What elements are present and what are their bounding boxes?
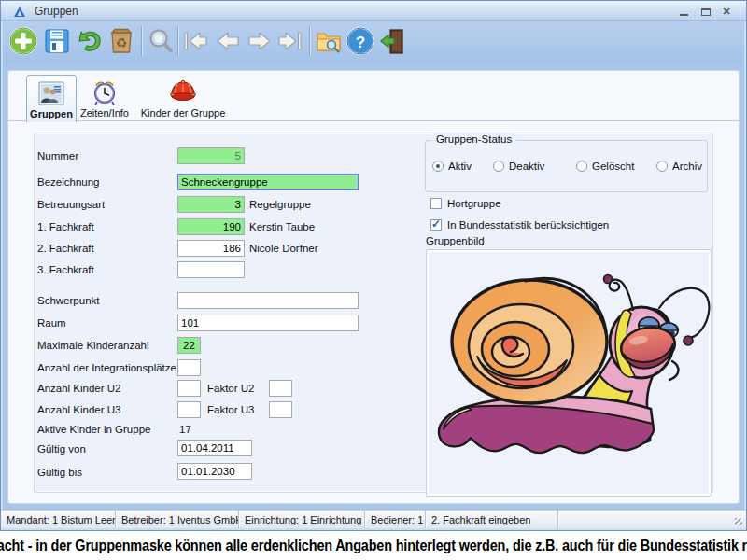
fachkraft2-input[interactable] — [177, 240, 245, 257]
close-icon: ✕ — [722, 6, 730, 18]
help-button[interactable]: ? — [345, 24, 375, 58]
radio-label: Deaktiv — [509, 161, 544, 172]
field-label-fachkraft1: 1. Fachkraft — [37, 221, 94, 232]
statusbar-bediener: Bediener: 1 — [365, 511, 426, 528]
statusbar-einrichtung: Einrichtung: 1 Einrichtung 1 — [239, 511, 365, 528]
schwerpunkt-input[interactable] — [177, 292, 359, 309]
raum-input[interactable] — [177, 315, 359, 331]
undo-button[interactable] — [75, 24, 105, 58]
minimize-icon — [680, 14, 688, 16]
faktor-u3-input[interactable] — [269, 401, 292, 418]
tab-zeiten-info[interactable]: Zeiten/Info — [81, 75, 128, 121]
save-button[interactable] — [42, 24, 72, 58]
field-label-faktor-u3: Faktor U3 — [207, 404, 255, 415]
statusbar-hint: 2. Fachkraft eingeben — [426, 511, 558, 528]
checkbox-label: In Bundesstatistik berücksichtigen — [447, 219, 609, 231]
first-record-button[interactable] — [181, 24, 211, 58]
group-photo-icon — [37, 80, 65, 106]
betreuungsart-text: Regelgruppe — [249, 199, 311, 210]
svg-text:♻: ♻ — [116, 35, 128, 50]
app-logo-icon — [13, 6, 26, 18]
fachkraft3-input[interactable] — [177, 261, 245, 278]
tab-kinder-der-gruppe[interactable]: Kinder der Gruppe — [131, 75, 235, 121]
caption-text: An alles gedacht - in der Gruppenmaske k… — [0, 537, 747, 555]
window-frame: Gruppen ✕ — [0, 0, 747, 531]
arrow-left-icon — [214, 27, 242, 55]
field-label-nummer: Nummer — [37, 150, 78, 161]
radio-geloescht[interactable]: Gelöscht — [576, 161, 634, 172]
tab-label: Kinder der Gruppe — [141, 107, 226, 121]
nummer-input[interactable] — [177, 147, 245, 164]
status-bar: Mandant: 1 Bistum Leer Betreiber: 1 Iven… — [1, 510, 746, 528]
radio-archiv[interactable]: Archiv — [656, 161, 702, 172]
hortgruppe-checkbox[interactable]: Hortgruppe — [430, 198, 501, 209]
minimize-button[interactable] — [673, 5, 694, 19]
alarm-clock-icon — [92, 79, 118, 105]
statusbar-mandant: Mandant: 1 Bistum Leer — [1, 511, 116, 528]
field-label-schwerpunkt: Schwerpunkt — [37, 295, 99, 306]
delete-button[interactable]: ♻ — [106, 24, 136, 58]
close-button[interactable]: ✕ — [716, 5, 737, 19]
title-bar: Gruppen ✕ — [1, 1, 746, 21]
kinder-u3-input[interactable] — [177, 401, 201, 418]
bundesstatistik-checkbox[interactable]: In Bundesstatistik berücksichtigen — [430, 219, 609, 231]
resize-grip[interactable] — [735, 518, 742, 525]
gueltig-bis-input[interactable] — [177, 463, 252, 480]
field-label-bezeichnung: Bezeichnung — [37, 176, 100, 188]
radio-label: Gelöscht — [592, 161, 634, 172]
radio-aktiv[interactable]: Aktiv — [432, 161, 472, 172]
field-label-gueltig-von: Gültig von — [37, 443, 86, 455]
folder-search-icon — [315, 27, 343, 55]
field-label-raum: Raum — [37, 317, 66, 329]
svg-text:?: ? — [356, 34, 365, 51]
field-label-fachkraft2: 2. Fachkraft — [37, 243, 94, 254]
fachkraft1-name: Kerstin Taube — [249, 221, 315, 232]
new-button[interactable] — [8, 24, 38, 58]
last-record-button[interactable] — [275, 24, 304, 58]
toolbar-separator — [309, 26, 310, 56]
radio-deaktiv[interactable]: Deaktiv — [493, 161, 544, 172]
field-label-max-kinder: Maximale Kinderanzahl — [37, 340, 149, 351]
checkbox-checked-icon — [430, 219, 442, 231]
undo-arrow-icon — [76, 27, 104, 55]
toolbar-separator — [177, 26, 178, 56]
snail-image — [429, 252, 711, 496]
integrationsplaetze-input[interactable] — [177, 359, 201, 376]
radio-button-icon — [432, 161, 444, 172]
fachkraft1-input[interactable] — [177, 218, 245, 235]
tab-label: Gruppen — [30, 108, 73, 122]
field-label-kinder-u3: Anzahl Kinder U3 — [37, 404, 121, 415]
next-record-button[interactable] — [245, 24, 275, 58]
radio-button-icon — [576, 161, 587, 172]
exit-button[interactable] — [377, 24, 407, 58]
previous-record-button[interactable] — [213, 24, 243, 58]
radio-button-icon — [656, 161, 668, 172]
fachkraft2-name: Nicole Dorfner — [249, 243, 318, 254]
tab-label: Zeiten/Info — [80, 107, 129, 121]
field-label-aktive-kinder: Aktive Kinder in Gruppe — [37, 424, 150, 435]
arrow-right-icon — [246, 27, 274, 55]
field-label-kinder-u2: Anzahl Kinder U2 — [37, 383, 121, 394]
radio-button-icon — [493, 161, 504, 172]
betreuungsart-input[interactable] — [177, 196, 245, 213]
tab-gruppen[interactable]: Gruppen — [26, 75, 77, 122]
gueltig-von-input[interactable] — [177, 440, 252, 456]
maximize-button[interactable] — [696, 5, 716, 19]
checkbox-label: Hortgruppe — [447, 198, 501, 209]
max-kinder-input[interactable] — [177, 337, 201, 354]
window-title: Gruppen — [35, 5, 78, 18]
faktor-u2-input[interactable] — [269, 380, 292, 397]
toolbar-separator — [141, 26, 142, 56]
arrow-last-icon — [275, 27, 303, 55]
field-label-faktor-u2: Faktor U2 — [207, 383, 255, 394]
checkbox-icon — [430, 198, 442, 209]
kinder-u2-input[interactable] — [177, 380, 201, 397]
search-button[interactable] — [146, 24, 176, 58]
field-label-gueltig-bis: Gültig bis — [37, 467, 82, 478]
door-exit-icon — [378, 27, 406, 55]
question-circle-icon: ? — [345, 26, 375, 56]
browse-records-button[interactable] — [314, 24, 344, 58]
gruppen-status-legend: Gruppen-Status — [432, 133, 515, 145]
toolbar: ♻ — [3, 21, 744, 63]
bezeichnung-input[interactable] — [177, 174, 359, 190]
